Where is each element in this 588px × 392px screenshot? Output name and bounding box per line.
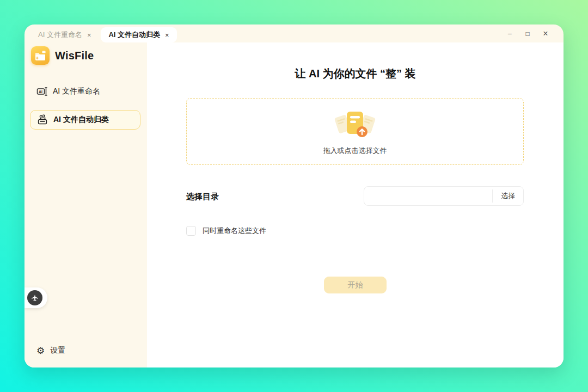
- sidebar-item-label: AI 文件自动归类: [53, 115, 109, 125]
- maximize-icon[interactable]: □: [523, 30, 532, 37]
- close-icon[interactable]: ×: [541, 29, 550, 38]
- settings-label: 设置: [50, 346, 65, 356]
- directory-picker: 选择: [364, 186, 524, 206]
- settings-button[interactable]: ⚙ 设置: [36, 346, 65, 356]
- browse-button[interactable]: 选择: [493, 187, 523, 205]
- tab-close-icon[interactable]: ×: [87, 32, 91, 39]
- sidebar-item-label: AI 文件重命名: [53, 87, 100, 96]
- rename-checkbox-label: 同时重命名这些文件: [203, 226, 266, 236]
- airplane-icon: [27, 290, 42, 305]
- tab-bar: AI 文件重命名 × AI 文件自动归类 × − □ ×: [24, 24, 564, 42]
- dropzone-hint: 拖入或点击选择文件: [323, 146, 387, 156]
- sidebar-item-ai-rename[interactable]: AI AI 文件重命名: [30, 82, 140, 101]
- sidebar: WisFile AI AI 文件重命名 AI 文件自动归类: [24, 42, 147, 367]
- wisfile-logo-icon: [31, 46, 50, 65]
- file-dropzone[interactable]: 拖入或点击选择文件: [186, 98, 524, 165]
- app-window: AI 文件重命名 × AI 文件自动归类 × − □ ×: [24, 24, 564, 367]
- svg-text:AI: AI: [39, 90, 42, 94]
- sidebar-item-ai-classify[interactable]: AI 文件自动归类: [30, 110, 140, 130]
- rename-checkbox[interactable]: [186, 226, 196, 236]
- rename-option-row: 同时重命名这些文件: [186, 226, 266, 236]
- upload-files-icon: [334, 108, 376, 143]
- quick-action-pill[interactable]: [24, 287, 47, 308]
- tab-close-icon[interactable]: ×: [165, 32, 169, 39]
- tab-label: AI 文件重命名: [38, 30, 82, 40]
- app-logo: WisFile: [31, 46, 94, 65]
- directory-input[interactable]: [364, 187, 492, 205]
- start-button[interactable]: 开始: [324, 277, 387, 293]
- directory-label: 选择目录: [186, 192, 219, 202]
- window-controls: − □ ×: [505, 24, 550, 42]
- main-panel: 让 AI 为你的文件 “整” 装 拖入或点击选择文件 选择目录: [147, 42, 564, 367]
- tab-ai-classify[interactable]: AI 文件自动归类 ×: [101, 27, 177, 42]
- ai-classify-icon: [37, 114, 48, 125]
- gear-icon: ⚙: [36, 346, 45, 356]
- tab-label: AI 文件自动归类: [108, 30, 160, 40]
- tab-ai-rename[interactable]: AI 文件重命名 ×: [36, 27, 94, 42]
- minimize-icon[interactable]: −: [505, 30, 514, 38]
- page-title: 让 AI 为你的文件 “整” 装: [147, 66, 564, 81]
- app-name: WisFile: [55, 50, 94, 62]
- ai-rename-icon: AI: [36, 86, 47, 97]
